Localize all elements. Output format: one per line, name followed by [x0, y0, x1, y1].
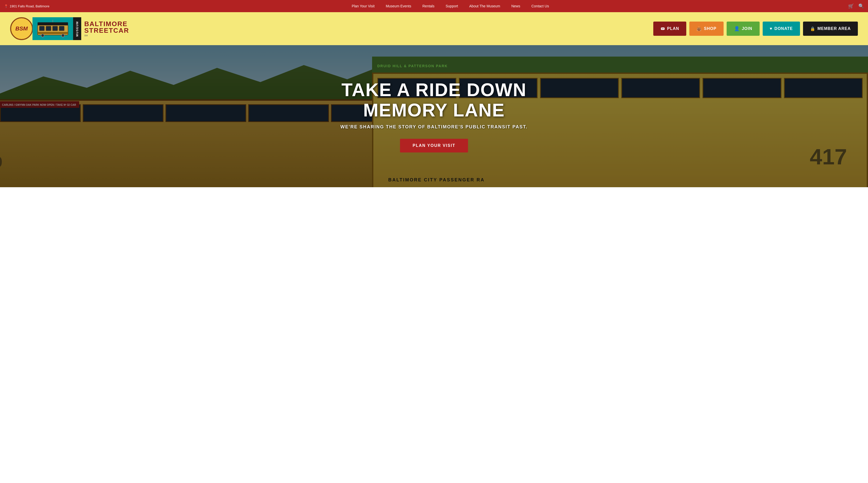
lock-icon: 🔒	[810, 26, 815, 31]
heart-icon: ♥	[770, 26, 773, 31]
svg-rect-3	[39, 26, 44, 31]
svg-point-7	[41, 34, 44, 37]
nav-rentals[interactable]: Rentals	[417, 4, 440, 8]
nav-museum-events[interactable]: Museum Events	[380, 4, 417, 8]
svg-rect-4	[46, 26, 51, 31]
hero-section: CARLINS / GWYNN OAK PARK NOW OPEN / TAKE…	[0, 45, 868, 187]
cart-button[interactable]: 🛒	[848, 3, 854, 9]
hero-content: TAKE A RIDE DOWN MEMORY LANE WE'RE SHARI…	[0, 45, 868, 187]
hero-cta-button[interactable]: PLAN YOUR VISIT	[400, 139, 468, 153]
plan-button[interactable]: 🎟 PLAN	[653, 22, 686, 36]
nav-news[interactable]: News	[506, 4, 526, 8]
nav-plan-your-visit[interactable]: Plan Your Visit	[346, 4, 380, 8]
join-button[interactable]: 👤 JOIN	[726, 22, 760, 36]
member-button-label: MEMBER AREA	[817, 26, 851, 31]
shop-button-label: SHOP	[704, 26, 716, 31]
logo-title-area: BALTIMORE STREETCAR SM	[84, 21, 129, 37]
tram-illustration	[36, 20, 69, 37]
member-area-button[interactable]: 🔒 MEMBER AREA	[803, 22, 858, 36]
logo-tram-box	[32, 17, 73, 40]
site-header: BSM MUSEUM BALTIMORE STREETCAR SM	[0, 12, 868, 45]
logo-circle-text: BSM	[16, 25, 28, 32]
nav-links-container: Plan Your Visit Museum Events Rentals Su…	[56, 4, 845, 8]
search-button[interactable]: 🔍	[858, 3, 864, 9]
svg-rect-5	[53, 26, 58, 31]
svg-point-8	[61, 34, 64, 37]
top-navigation: 📍 1901 Falls Road, Baltimore Plan Your V…	[0, 0, 868, 12]
donate-button[interactable]: ♥ DONATE	[763, 22, 800, 36]
svg-rect-1	[37, 22, 68, 25]
address-text: 1901 Falls Road, Baltimore	[10, 4, 50, 8]
logo-museum-bar: MUSEUM	[73, 17, 81, 40]
nav-about-the-museum[interactable]: About The Museum	[464, 4, 506, 8]
bag-icon: 👜	[696, 26, 702, 31]
nav-support[interactable]: Support	[440, 4, 464, 8]
ticket-icon: 🎟	[661, 26, 665, 31]
header-buttons-group: 🎟 PLAN 👜 SHOP 👤 JOIN ♥ DONATE 🔒 MEMBER A…	[140, 22, 858, 36]
plan-button-label: PLAN	[667, 26, 679, 31]
join-button-label: JOIN	[742, 26, 752, 31]
logo-circle: BSM	[10, 17, 33, 40]
person-plus-icon: 👤	[734, 26, 740, 31]
logo-area: BSM MUSEUM BALTIMORE STREETCAR SM	[10, 17, 129, 40]
pin-icon: 📍	[4, 4, 8, 8]
nav-contact-us[interactable]: Contact Us	[526, 4, 555, 8]
shop-button[interactable]: 👜 SHOP	[689, 22, 723, 36]
svg-rect-6	[59, 26, 64, 31]
logo-sm-text: SM	[84, 34, 129, 37]
donate-button-label: DONATE	[774, 26, 793, 31]
svg-rect-9	[37, 32, 68, 34]
logo-baltimore-text: BALTIMORE	[84, 21, 129, 27]
top-nav-icons: 🛒 🔍	[848, 3, 864, 9]
address-display: 📍 1901 Falls Road, Baltimore	[4, 4, 50, 8]
hero-title: TAKE A RIDE DOWN MEMORY LANE	[320, 80, 548, 120]
logo-streetcar-text: STREETCAR	[84, 27, 129, 34]
hero-subtitle: WE'RE SHARING THE STORY OF BALTIMORE'S P…	[340, 124, 528, 130]
logo-museum-label: MUSEUM	[75, 21, 79, 36]
